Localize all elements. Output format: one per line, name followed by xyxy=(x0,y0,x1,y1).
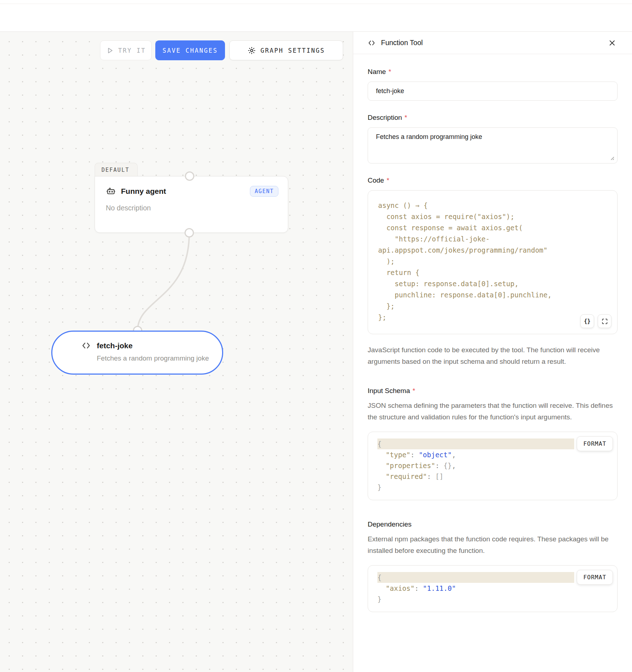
graph-canvas[interactable]: TRY IT SAVE CHANGES GRAPH SETTINGS DEFAU… xyxy=(0,32,353,672)
save-changes-button[interactable]: SAVE CHANGES xyxy=(155,40,225,60)
group-tab-default[interactable]: DEFAULT xyxy=(95,163,138,176)
code-help-text: JavaScript function code to be executed … xyxy=(368,344,618,367)
group-tab-label: DEFAULT xyxy=(101,167,129,173)
top-bar xyxy=(0,0,632,32)
tool-node-title: fetch-joke xyxy=(97,341,133,350)
graph-settings-label: GRAPH SETTINGS xyxy=(260,47,325,54)
try-it-button[interactable]: TRY IT xyxy=(100,40,152,60)
required-asterisk: * xyxy=(412,387,415,395)
top-bar-divider xyxy=(0,4,632,4)
format-dependencies-button[interactable]: FORMAT xyxy=(577,570,613,585)
agent-source-handle[interactable] xyxy=(185,228,194,237)
expand-code-button[interactable] xyxy=(598,314,611,328)
format-input-schema-button[interactable]: FORMAT xyxy=(577,436,613,451)
node-funny-agent[interactable]: Funny agent AGENT No description xyxy=(95,176,288,233)
panel-title: Function Tool xyxy=(381,39,423,47)
agent-target-handle[interactable] xyxy=(185,171,194,181)
format-code-button[interactable]: {} xyxy=(580,314,594,328)
dependencies-help-text: External npm packages that the function … xyxy=(368,533,618,557)
description-label: Description* xyxy=(368,114,618,122)
input-schema-editor[interactable]: { "type": "object", "properties": {}, "r… xyxy=(368,432,618,500)
agent-node-title: Funny agent xyxy=(121,187,166,196)
required-asterisk: * xyxy=(386,176,389,184)
save-changes-label: SAVE CHANGES xyxy=(163,47,218,54)
description-textarea[interactable] xyxy=(368,127,618,163)
gear-icon xyxy=(247,46,256,55)
close-panel-button[interactable] xyxy=(607,38,618,48)
fullscreen-icon xyxy=(602,318,608,324)
try-it-label: TRY IT xyxy=(118,47,146,54)
graph-settings-button[interactable]: GRAPH SETTINGS xyxy=(229,40,343,60)
dependencies-editor[interactable]: { "axios": "1.11.0"} FORMAT xyxy=(368,565,618,612)
agent-badge: AGENT xyxy=(250,186,278,197)
code-label: Code* xyxy=(368,176,618,184)
robot-icon xyxy=(106,186,116,196)
required-asterisk: * xyxy=(389,68,391,76)
name-input[interactable] xyxy=(368,82,618,101)
play-icon xyxy=(106,47,114,54)
input-schema-help-text: JSON schema defining the parameters that… xyxy=(368,400,618,423)
code-icon xyxy=(81,341,91,350)
resize-handle-icon[interactable] xyxy=(610,156,614,160)
edge-funny-agent-to-fetch-joke[interactable] xyxy=(138,233,189,331)
tool-node-description: Fetches a random programming joke xyxy=(97,354,222,362)
name-label: Name* xyxy=(368,68,618,76)
function-tool-panel: Function Tool Name* Description* Code* xyxy=(353,32,632,672)
dependencies-label: Dependencies xyxy=(368,520,618,528)
panel-body: Name* Description* Code* async () ⇒ { co… xyxy=(353,54,632,627)
code-icon xyxy=(368,39,376,47)
input-schema-label: Input Schema* xyxy=(368,387,618,395)
code-content[interactable]: async () ⇒ { const axios = require("axio… xyxy=(378,200,607,323)
code-editor[interactable]: async () ⇒ { const axios = require("axio… xyxy=(368,190,618,334)
required-asterisk: * xyxy=(404,114,407,122)
node-fetch-joke[interactable]: fetch-joke Fetches a random programming … xyxy=(51,331,223,375)
agent-node-description: No description xyxy=(106,204,278,212)
braces-icon: {} xyxy=(584,318,590,324)
close-icon xyxy=(609,39,616,47)
panel-header: Function Tool xyxy=(353,32,632,54)
